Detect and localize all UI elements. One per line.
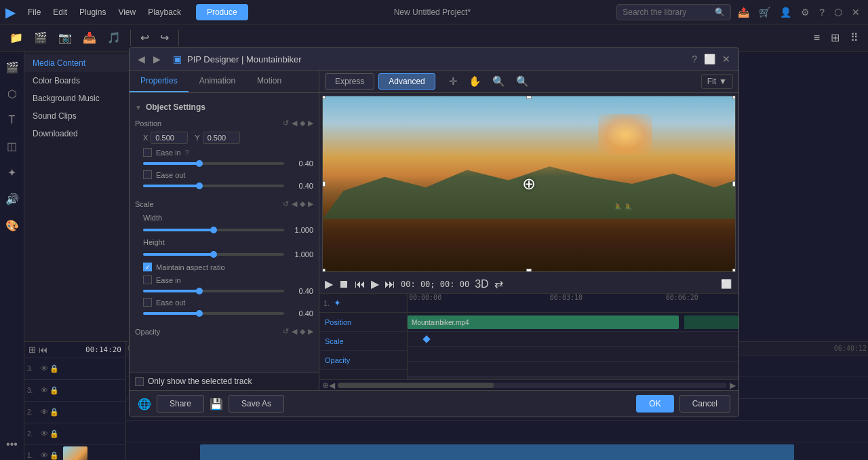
capture-icon[interactable]: 📷 xyxy=(54,28,76,47)
handle-middle-right[interactable] xyxy=(732,181,736,187)
bt-eye-icon-1a[interactable]: 👁 xyxy=(41,451,48,460)
redo-icon[interactable]: ↪ xyxy=(156,28,173,47)
handle-top-right[interactable] xyxy=(732,96,736,99)
handle-bottom-right[interactable] xyxy=(732,269,736,272)
pip-forward-icon[interactable]: ▶ xyxy=(152,52,162,66)
more-sidebar-icon[interactable]: ••• xyxy=(2,434,22,455)
scale-reset-icon[interactable]: ↺ xyxy=(283,199,289,208)
text-sidebar-icon[interactable]: T xyxy=(5,110,20,130)
hand-tool-icon[interactable]: ✋ xyxy=(465,73,486,90)
bt-clip-1[interactable] xyxy=(200,444,793,460)
export-icon[interactable]: 📤 xyxy=(735,5,752,19)
pip-ok-button[interactable]: OK xyxy=(636,395,673,413)
handle-top-middle[interactable] xyxy=(526,96,532,99)
cart-icon[interactable]: 🛒 xyxy=(756,5,773,19)
bt-eye-icon-3b[interactable]: 👁 xyxy=(41,386,48,395)
tl-opacity-label[interactable]: Opacity xyxy=(319,351,407,370)
only-show-checkbox[interactable] xyxy=(135,377,144,386)
color-sidebar-icon[interactable]: 🎨 xyxy=(1,215,23,236)
bt-lock-icon-3a[interactable]: 🔒 xyxy=(50,364,59,373)
panel-item-background-music[interactable]: Background Music xyxy=(24,90,146,107)
search-icon[interactable]: 🔍 xyxy=(715,7,725,17)
pip-maximize-icon[interactable]: ⬜ xyxy=(703,52,717,66)
audio-sidebar-icon[interactable]: 🔊 xyxy=(1,189,23,210)
transitions-sidebar-icon[interactable]: ⬡ xyxy=(3,83,21,104)
fit-button[interactable]: Fit ▼ xyxy=(701,74,733,89)
bt-eye-icon-2a[interactable]: 👁 xyxy=(41,408,48,417)
zoom-in-icon[interactable]: 🔍 xyxy=(512,73,533,90)
bt-skip-icon[interactable]: ⏮ xyxy=(39,345,47,355)
position-prev-icon[interactable]: ◀ xyxy=(292,119,297,128)
3d-button[interactable]: 3D xyxy=(475,278,488,290)
bt-lock-icon-2a[interactable]: 🔒 xyxy=(50,408,59,417)
advanced-mode-button[interactable]: Advanced xyxy=(378,73,435,90)
scale-next-icon[interactable]: ▶ xyxy=(308,199,313,208)
panel-item-media-content[interactable]: Media Content xyxy=(24,54,146,72)
position-x-value[interactable]: 0.500 xyxy=(151,132,188,144)
menu-playback[interactable]: Playback xyxy=(142,5,186,20)
fullscreen-button[interactable]: ⬜ xyxy=(719,277,733,290)
media-icon[interactable]: 🎬 xyxy=(30,28,52,47)
pip-help-icon[interactable]: ? xyxy=(690,52,698,66)
pip-close-icon[interactable]: ✕ xyxy=(721,52,732,66)
bt-eye-icon-3a[interactable]: 👁 xyxy=(41,364,48,373)
tl-scroll-thumb[interactable] xyxy=(338,383,494,388)
menu-view[interactable]: View xyxy=(113,5,141,20)
pip-save-as-button[interactable]: Save As xyxy=(229,395,284,413)
new-project-icon[interactable]: 📁 xyxy=(5,28,27,47)
close-icon[interactable]: ✕ xyxy=(849,5,863,19)
scale-prev-icon[interactable]: ◀ xyxy=(292,199,297,208)
import-icon[interactable]: 📥 xyxy=(79,28,100,47)
resize-icon[interactable]: ⬡ xyxy=(831,5,845,19)
position-ease-in-help-icon[interactable]: ? xyxy=(185,149,189,157)
search-input[interactable] xyxy=(623,7,711,17)
scale-ease-out-track[interactable] xyxy=(143,312,284,315)
pip-tab-animation[interactable]: Animation xyxy=(189,71,246,92)
scale-ease-in-track[interactable] xyxy=(143,290,284,292)
tl-scale-label[interactable]: Scale xyxy=(319,332,407,351)
pip-share-button[interactable]: Share xyxy=(157,395,204,413)
maintain-aspect-checkbox[interactable]: ✓ xyxy=(143,263,152,271)
position-ease-out-checkbox[interactable] xyxy=(143,170,152,179)
handle-bottom-middle[interactable] xyxy=(526,269,532,272)
position-ease-out-track[interactable] xyxy=(143,185,284,187)
handle-bottom-left[interactable] xyxy=(322,269,326,272)
handle-middle-left[interactable] xyxy=(322,181,326,187)
position-ease-in-track[interactable] xyxy=(143,162,284,165)
overlay-sidebar-icon[interactable]: ◫ xyxy=(3,136,21,157)
position-ease-in-checkbox[interactable] xyxy=(143,148,152,157)
grid-view-icon[interactable]: ⊞ xyxy=(827,28,844,47)
opacity-prev-icon[interactable]: ◀ xyxy=(292,327,297,336)
width-track[interactable] xyxy=(143,229,284,231)
music-icon[interactable]: 🎵 xyxy=(103,28,125,47)
fx-sidebar-icon[interactable]: ✦ xyxy=(3,162,20,183)
panel-item-sound-clips[interactable]: Sound Clips xyxy=(24,107,146,125)
settings-icon[interactable]: ⚙ xyxy=(798,5,812,19)
scale-diamond-icon[interactable]: ◆ xyxy=(300,199,305,208)
help-icon[interactable]: ? xyxy=(816,5,827,19)
tl-scroll-track[interactable] xyxy=(338,383,727,388)
pip-save-icon[interactable]: 💾 xyxy=(210,398,223,410)
opacity-reset-icon[interactable]: ↺ xyxy=(283,327,289,336)
pip-back-icon[interactable]: ◀ xyxy=(136,52,146,66)
position-reset-icon[interactable]: ↺ xyxy=(283,119,289,128)
zoom-out-icon[interactable]: 🔍 xyxy=(488,73,509,90)
tl-scroll-right-icon[interactable]: ▶ xyxy=(730,381,736,390)
fast-forward-button[interactable]: ⏭ xyxy=(384,278,395,290)
prev-frame-button[interactable]: ⏮ xyxy=(355,278,366,290)
panel-item-downloaded[interactable]: Downloaded xyxy=(24,125,146,142)
height-track[interactable] xyxy=(143,253,284,256)
handle-top-left[interactable] xyxy=(322,96,326,99)
bt-marker-icon[interactable]: ⊞ xyxy=(28,345,36,355)
media-sidebar-icon[interactable]: 🎬 xyxy=(1,57,23,78)
bt-lock-icon-3b[interactable]: 🔒 xyxy=(50,386,59,395)
scale-ease-out-checkbox[interactable] xyxy=(143,298,152,307)
stop-button[interactable]: ⏹ xyxy=(338,278,349,290)
express-mode-button[interactable]: Express xyxy=(325,73,374,90)
menu-file[interactable]: File xyxy=(22,5,46,20)
tl-scroll-left-icon[interactable]: ◀ xyxy=(329,381,335,390)
user-icon[interactable]: 👤 xyxy=(777,5,794,19)
opacity-diamond-icon[interactable]: ◆ xyxy=(300,327,305,336)
tl-clip[interactable]: Mountainbiker.mp4 xyxy=(408,315,679,329)
move-tool-icon[interactable]: ✛ xyxy=(445,73,462,90)
